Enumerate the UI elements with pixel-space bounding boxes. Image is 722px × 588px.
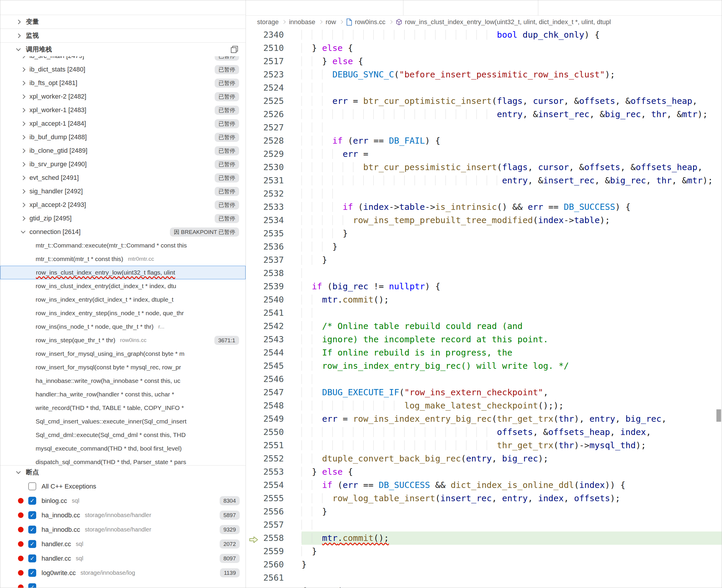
line-number[interactable]: 2517	[246, 55, 302, 68]
line-number[interactable]: 2559	[246, 545, 302, 558]
thread-row[interactable]: xpl_accept-2 [2493]已暂停	[0, 198, 246, 212]
breakpoint-row[interactable]: ✓log0write.ccstorage/innobase/log1139	[0, 566, 246, 580]
section-watch[interactable]: 监视	[0, 28, 246, 42]
stack-frame[interactable]: row_ins_clust_index_entry(dict_index_t *…	[0, 279, 246, 293]
stack-frame[interactable]: Sql_cmd_insert_values::execute_inner(Sql…	[0, 415, 246, 428]
code-line[interactable]: 2551 thr_get_trx(thr)->mysql_thd);	[246, 439, 722, 452]
stack-frame[interactable]: ha_innobase::write_row(ha_innobase * con…	[0, 374, 246, 387]
stack-frame[interactable]: row_insert_for_mysql_using_ins_graph(con…	[0, 347, 246, 360]
line-number[interactable]: 2547	[246, 386, 302, 399]
line-number[interactable]: 2542	[246, 320, 302, 333]
stack-frame[interactable]: write_record(THD * thd, TABLE * table, C…	[0, 401, 246, 415]
code-line[interactable]: 2540 mtr.commit();	[246, 293, 722, 306]
copy-call-stack-icon[interactable]	[231, 46, 238, 53]
code-line[interactable]: 2539 if (big_rec != nullptr) {	[246, 280, 722, 293]
code-line[interactable]: 2537 }	[246, 253, 722, 267]
breakpoint-row[interactable]: ✓	[0, 580, 246, 588]
breakpoint-row[interactable]: ✓handler.ccsql8097	[0, 551, 246, 566]
line-number[interactable]: 2538	[246, 267, 302, 280]
line-number[interactable]: 2556	[246, 505, 302, 518]
breakpoint-checkbox[interactable]: ✓	[28, 526, 36, 533]
code-line[interactable]: 2558 mtr.commit();	[246, 531, 722, 545]
code-line[interactable]: 2526 entry, &insert_rec, &big_rec, thr, …	[246, 108, 722, 121]
line-number[interactable]: 2541	[246, 306, 302, 320]
code-line[interactable]: 2525 err = btr_cur_optimistic_insert(fla…	[246, 94, 722, 108]
thread-row[interactable]: gtid_zip [2495]已暂停	[0, 212, 246, 225]
line-number[interactable]: 2553	[246, 465, 302, 479]
line-number[interactable]: 2560	[246, 558, 302, 571]
code-line[interactable]: 2532	[246, 187, 722, 201]
code-line[interactable]: 2550 offsets, &offsets_heap, index,	[246, 425, 722, 439]
line-number[interactable]: 2545	[246, 359, 302, 373]
line-number[interactable]: 2551	[246, 439, 302, 452]
stack-frame[interactable]: row_ins_index_entry_step(ins_node_t * no…	[0, 306, 246, 320]
code-line[interactable]: 2530 btr_cur_pessimistic_insert(flags, c…	[246, 161, 722, 174]
code-line[interactable]: 2527	[246, 121, 722, 134]
code-line[interactable]: 2543 ignore) the incomplete record at th…	[246, 333, 722, 346]
code-line[interactable]: 2529 err =	[246, 147, 722, 161]
thread-row[interactable]: evt_sched [2491]已暂停	[0, 171, 246, 185]
code-line[interactable]: 2541	[246, 306, 722, 320]
breadcrumb-file[interactable]: row0ins.cc	[355, 18, 386, 26]
code-line[interactable]: 2552 dtuple_convert_back_big_rec(entry, …	[246, 452, 722, 465]
line-number[interactable]: 2531	[246, 174, 302, 187]
code-line[interactable]: 2562func_exit:	[246, 585, 722, 588]
code-line[interactable]: 2510 } else {	[246, 42, 722, 55]
line-number[interactable]: 2536	[246, 240, 302, 253]
code-line[interactable]: 2556 }	[246, 505, 722, 518]
breakpoint-checkbox[interactable]: ✓	[28, 569, 36, 577]
code-line[interactable]: 2555 row_log_table_insert(insert_rec, en…	[246, 492, 722, 505]
code-line[interactable]: 2554 if (err == DB_SUCCESS && dict_index…	[246, 479, 722, 492]
code-line[interactable]: 2524	[246, 81, 722, 94]
breakpoint-checkbox[interactable]: ✓	[28, 497, 36, 505]
breakpoint-checkbox[interactable]	[28, 482, 36, 490]
breakpoint-checkbox[interactable]: ✓	[28, 583, 36, 588]
thread-row[interactable]: xpl_worker-2 [2482]已暂停	[0, 90, 246, 103]
section-variables[interactable]: 变量	[0, 15, 246, 28]
thread-row[interactable]: ib_srv_purge [2490]已暂停	[0, 158, 246, 171]
stack-frame[interactable]: mtr_t::commit(mtr_t * const this)mtr0mtr…	[0, 252, 246, 266]
code-line[interactable]: 2561	[246, 571, 722, 585]
section-breakpoints[interactable]: 断点	[0, 465, 246, 479]
stack-frame[interactable]: row_ins_clust_index_entry_low(uint32_t f…	[0, 266, 246, 279]
code-line[interactable]: 2531 entry, &insert_rec, &big_rec, thr, …	[246, 174, 722, 187]
line-number[interactable]: 2554	[246, 479, 302, 492]
code-line[interactable]: 2538	[246, 267, 722, 280]
thread-row[interactable]: ib_src_main [2479]已暂停	[0, 56, 246, 63]
code-line[interactable]: 2548 log_make_latest_checkpoint(););	[246, 399, 722, 412]
breadcrumb-folder[interactable]: storage	[257, 18, 279, 26]
thread-row[interactable]: ib_buf_dump [2488]已暂停	[0, 130, 246, 144]
line-number[interactable]: 2546	[246, 373, 302, 386]
stack-frame[interactable]: mtr_t::Command::execute(mtr_t::Command *…	[0, 239, 246, 252]
line-number[interactable]: 2552	[246, 452, 302, 465]
thread-row[interactable]: xpl_worker-1 [2483]已暂停	[0, 103, 246, 117]
code-line[interactable]: 2523 DEBUG_SYNC_C("before_insert_pessimi…	[246, 68, 722, 81]
tab-strip[interactable]	[246, 0, 722, 16]
thread-row[interactable]: ib_fts_opt [2481]已暂停	[0, 76, 246, 90]
line-number[interactable]: 2561	[246, 571, 302, 585]
code-line[interactable]: 2534 row_ins_temp_prebuilt_tree_modified…	[246, 214, 722, 227]
code-line[interactable]: 2559 }	[246, 545, 722, 558]
line-number[interactable]: 2558	[246, 531, 302, 545]
line-number[interactable]: 2535	[246, 227, 302, 240]
line-number[interactable]: 2537	[246, 253, 302, 267]
stack-frame[interactable]: Sql_cmd_dml::execute(Sql_cmd_dml * const…	[0, 428, 246, 442]
breadcrumb-folder[interactable]: innobase	[289, 18, 315, 26]
code-line[interactable]: 2340 bool dup_chk_only) {	[246, 28, 722, 42]
line-number[interactable]: 2544	[246, 346, 302, 359]
line-number[interactable]: 2529	[246, 147, 302, 161]
code-line[interactable]: 2560}	[246, 558, 722, 571]
code-line[interactable]: 2536 }	[246, 240, 722, 253]
stack-frame[interactable]: handler::ha_write_row(handler * const th…	[0, 387, 246, 401]
line-number[interactable]: 2555	[246, 492, 302, 505]
code-line[interactable]: 2557	[246, 518, 722, 531]
breakpoint-checkbox[interactable]: ✓	[28, 511, 36, 519]
thread-row[interactable]: xpl_accept-1 [2484]已暂停	[0, 117, 246, 130]
line-number[interactable]: 2543	[246, 333, 302, 346]
stack-frame[interactable]: row_ins_index_entry(dict_index_t * index…	[0, 293, 246, 306]
thread-row[interactable]: ib_dict_stats [2480]已暂停	[0, 63, 246, 76]
breadcrumb-symbol[interactable]: row_ins_clust_index_entry_low(uint32_t, …	[405, 18, 611, 26]
line-number[interactable]: 2523	[246, 68, 302, 81]
line-number[interactable]: 2530	[246, 161, 302, 174]
scrollbar-thumb[interactable]	[716, 410, 721, 422]
